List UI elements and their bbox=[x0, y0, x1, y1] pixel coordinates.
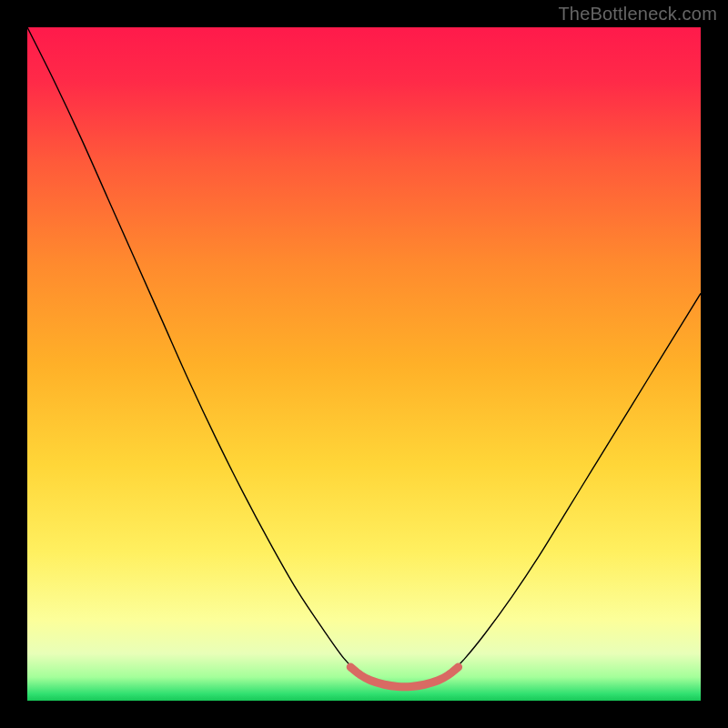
chart-svg bbox=[27, 27, 701, 701]
watermark-text: TheBottleneck.com bbox=[558, 4, 717, 25]
chart-container: TheBottleneck.com bbox=[0, 0, 728, 728]
gradient-background bbox=[27, 27, 701, 701]
plot-area bbox=[27, 27, 701, 701]
